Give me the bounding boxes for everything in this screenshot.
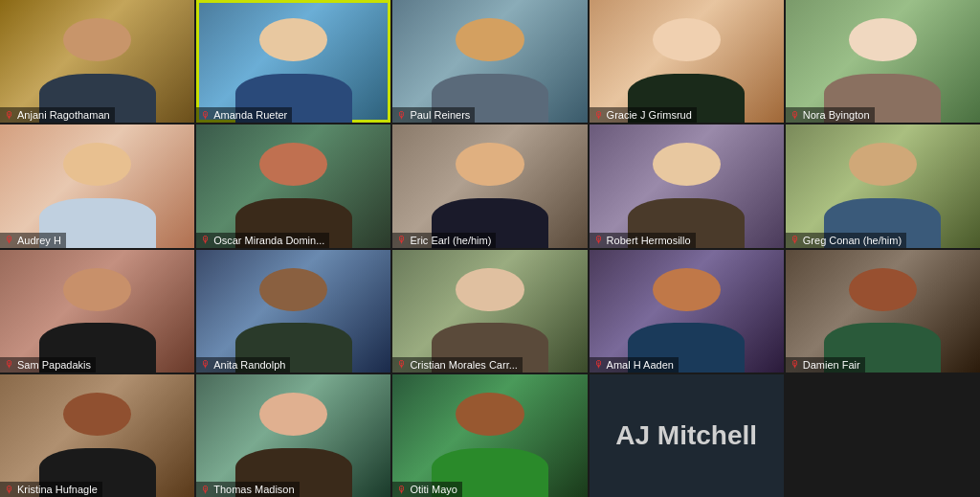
mic-icon-audrey: 🎙	[5, 235, 14, 245]
tile-sam[interactable]: 🎙 Sam Papadakis	[0, 250, 194, 373]
tile-damien[interactable]: 🎙 Damien Fair	[786, 250, 980, 373]
mic-icon-anita: 🎙	[201, 359, 211, 370]
mic-icon-amanda: 🎙	[201, 110, 211, 121]
tile-name-damien: 🎙 Damien Fair	[786, 357, 865, 373]
tile-name-robert: 🎙 Robert Hermosillo	[590, 233, 696, 248]
tile-amanda[interactable]: 🎙 Amanda Rueter	[196, 0, 390, 123]
tile-name-gracie: 🎙 Gracie J Grimsrud	[590, 107, 697, 123]
tile-name-sam: 🎙 Sam Papadakis	[0, 357, 96, 373]
mic-icon-paul: 🎙	[397, 110, 407, 121]
mic-icon-amal: 🎙	[594, 359, 604, 370]
mic-icon-kristina: 🎙	[5, 485, 14, 495]
tile-kristina[interactable]: 🎙 Kristina Hufnagle	[0, 374, 194, 497]
mic-icon-greg: 🎙	[791, 235, 800, 245]
mic-icon-damien: 🎙	[791, 359, 800, 370]
tile-anita[interactable]: 🎙 Anita Randolph	[196, 250, 390, 373]
tile-amal[interactable]: 🎙 Amal H Aaden	[590, 250, 784, 373]
tile-name-amal: 🎙 Amal H Aaden	[590, 357, 679, 373]
tile-name-kristina: 🎙 Kristina Hufnagle	[0, 482, 102, 497]
tile-oscar[interactable]: 🎙 Oscar Miranda Domin...	[196, 124, 390, 247]
tile-empty	[786, 374, 980, 497]
mic-icon-oscar: 🎙	[201, 235, 211, 245]
tile-nora[interactable]: 🎙 Nora Byington	[786, 0, 980, 123]
tile-name-paul: 🎙 Paul Reiners	[392, 107, 475, 123]
tile-greg[interactable]: 🎙 Greg Conan (he/him)	[786, 124, 980, 247]
mic-icon-cristian: 🎙	[397, 359, 407, 370]
tile-cristian[interactable]: 🎙 Cristian Morales Carr...	[392, 250, 587, 373]
tile-thomas[interactable]: 🎙 Thomas Madison	[196, 374, 390, 497]
mic-icon-gracie: 🎙	[594, 110, 604, 121]
tile-eric[interactable]: 🎙 Eric Earl (he/him)	[392, 124, 587, 247]
tile-name-amanda: 🎙 Amanda Rueter	[196, 107, 292, 123]
mic-icon-sam: 🎙	[5, 359, 14, 370]
tile-aj[interactable]: AJ Mitchell	[590, 374, 784, 497]
tile-otiti[interactable]: 🎙 Otiti Mayo	[392, 374, 587, 497]
tile-robert[interactable]: 🎙 Robert Hermosillo	[590, 124, 784, 247]
mic-icon-thomas: 🎙	[201, 485, 211, 495]
tile-name-otiti: 🎙 Otiti Mayo	[392, 482, 462, 497]
mic-icon-anjani: 🎙	[5, 110, 14, 121]
tile-name-audrey: 🎙 Audrey H	[0, 233, 66, 248]
video-grid: 🎙 Anjani Ragothaman 🎙 Amanda Rueter 🎙 Pa…	[0, 0, 980, 497]
tile-name-aj-display: AJ Mitchell	[615, 420, 757, 451]
tile-name-anita: 🎙 Anita Randolph	[196, 357, 290, 373]
tile-anjani[interactable]: 🎙 Anjani Ragothaman	[0, 0, 194, 123]
tile-name-thomas: 🎙 Thomas Madison	[196, 482, 299, 497]
tile-paul[interactable]: 🎙 Paul Reiners	[392, 0, 587, 123]
tile-name-nora: 🎙 Nora Byington	[786, 107, 875, 123]
mic-icon-nora: 🎙	[791, 110, 800, 121]
mic-icon-otiti: 🎙	[397, 485, 407, 495]
tile-gracie[interactable]: 🎙 Gracie J Grimsrud	[590, 0, 784, 123]
tile-audrey[interactable]: 🎙 Audrey H	[0, 124, 194, 247]
tile-name-greg: 🎙 Greg Conan (he/him)	[786, 233, 906, 248]
tile-name-oscar: 🎙 Oscar Miranda Domin...	[196, 233, 329, 248]
mic-icon-robert: 🎙	[594, 235, 604, 245]
tile-name-eric: 🎙 Eric Earl (he/him)	[392, 233, 496, 248]
tile-name-anjani: 🎙 Anjani Ragothaman	[0, 107, 115, 123]
mic-icon-eric: 🎙	[397, 235, 407, 245]
tile-name-cristian: 🎙 Cristian Morales Carr...	[392, 357, 522, 373]
